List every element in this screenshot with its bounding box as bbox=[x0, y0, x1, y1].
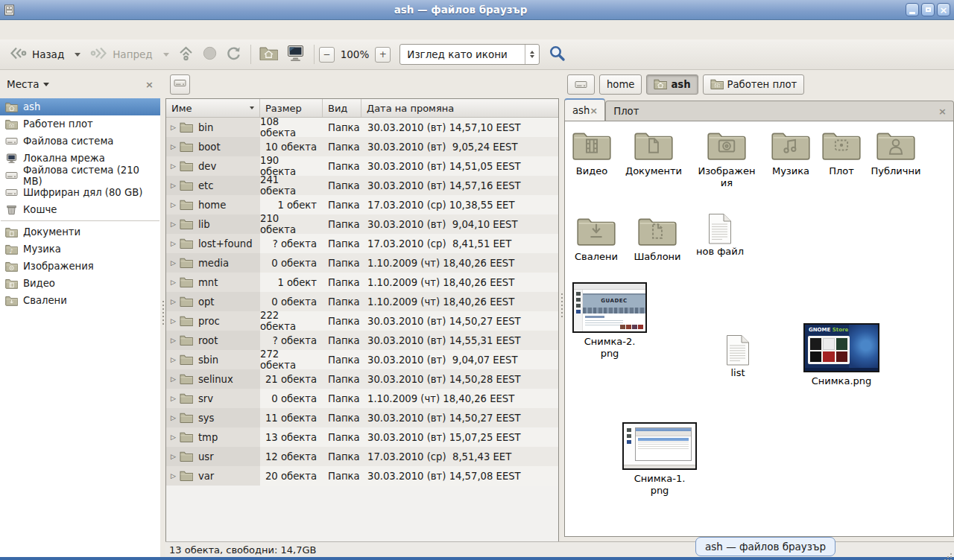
column-header-date[interactable]: Дата на промяна bbox=[361, 99, 558, 117]
expander-icon[interactable]: ▷ bbox=[171, 220, 176, 228]
expander-icon[interactable]: ▷ bbox=[171, 472, 176, 480]
menu-item-file[interactable] bbox=[3, 27, 19, 33]
stop-button[interactable] bbox=[198, 44, 221, 65]
expander-icon[interactable]: ▷ bbox=[171, 433, 176, 441]
resize-grip[interactable] bbox=[950, 553, 952, 555]
expander-icon[interactable]: ▷ bbox=[171, 395, 176, 402]
expander-icon[interactable]: ▷ bbox=[171, 259, 176, 267]
expander-icon[interactable]: ▷ bbox=[171, 201, 176, 209]
table-row-media[interactable]: ▷ media 0 обекта Папка 1.10.2009 (чт) 18… bbox=[166, 253, 558, 273]
maximize-button[interactable] bbox=[921, 3, 935, 16]
expander-icon[interactable]: ▷ bbox=[171, 124, 176, 131]
table-row-boot[interactable]: ▷ boot 10 обекта Папка 30.03.2010 (вт) 9… bbox=[166, 137, 558, 156]
expander-icon[interactable]: ▷ bbox=[171, 298, 176, 305]
sidebar-item-filesystem[interactable]: Файлова система bbox=[0, 133, 160, 150]
table-row-tmp[interactable]: ▷ tmp 13 обекта Папка 30.03.2010 (вт) 15… bbox=[166, 427, 558, 447]
table-row-dev[interactable]: ▷ dev 190 обекта Папка 30.03.2010 (вт) 1… bbox=[166, 156, 558, 176]
zoom-in-button[interactable]: + bbox=[375, 47, 391, 63]
expander-icon[interactable]: ▷ bbox=[171, 162, 176, 170]
search-button[interactable] bbox=[549, 45, 566, 64]
sidebar-mode-caret-icon[interactable] bbox=[43, 83, 49, 86]
table-row-proc[interactable]: ▷ proc 222 обекта Папка 30.03.2010 (вт) … bbox=[166, 311, 558, 331]
expander-icon[interactable]: ▷ bbox=[171, 317, 176, 325]
sidebar-item-documents[interactable]: Документи bbox=[0, 223, 160, 241]
table-row-srv[interactable]: ▷ srv 0 обекта Папка 1.10.2009 (чт) 18,4… bbox=[166, 389, 558, 408]
column-header-name[interactable]: Име bbox=[166, 99, 260, 117]
menu-item-view[interactable] bbox=[36, 27, 52, 33]
minimize-button[interactable] bbox=[906, 3, 919, 16]
sidebar-close-icon[interactable]: × bbox=[145, 79, 154, 90]
table-row-sbin[interactable]: ▷ sbin 272 обекта Папка 30.03.2010 (вт) … bbox=[166, 350, 558, 369]
menu-item-bookmarks[interactable] bbox=[69, 27, 85, 33]
expander-icon[interactable]: ▷ bbox=[171, 143, 176, 150]
view-mode-spinner[interactable] bbox=[525, 45, 539, 64]
expander-icon[interactable]: ▷ bbox=[171, 453, 176, 460]
icon-snimka-2-png[interactable]: GUADECСнимка-2.png bbox=[565, 282, 654, 360]
reload-button[interactable] bbox=[221, 44, 246, 65]
tab-close-icon[interactable]: × bbox=[938, 106, 947, 117]
menu-item-go[interactable] bbox=[52, 27, 69, 33]
expander-icon[interactable]: ▷ bbox=[171, 414, 176, 421]
path-button-home[interactable]: home bbox=[599, 74, 642, 95]
expander-icon[interactable]: ▷ bbox=[171, 279, 176, 286]
sidebar-item-music[interactable]: ♪ Музика bbox=[0, 241, 160, 258]
forward-history-dropdown[interactable] bbox=[157, 51, 174, 59]
tab-close-icon[interactable]: × bbox=[590, 105, 598, 116]
table-row-lib[interactable]: ▷ lib 210 обекта Папка 30.03.2010 (вт) 9… bbox=[166, 214, 558, 234]
sidebar-item-images[interactable]: Изображения bbox=[0, 258, 160, 275]
tab-ash[interactable]: ash × bbox=[564, 98, 605, 121]
computer-button[interactable] bbox=[282, 43, 309, 66]
expander-icon[interactable]: ▷ bbox=[171, 240, 176, 247]
icon-snimka-1-png[interactable]: Снимка-1.png bbox=[615, 422, 704, 497]
sidebar-item-ash[interactable]: ash bbox=[0, 98, 160, 115]
up-button[interactable] bbox=[174, 44, 198, 65]
table-row-opt[interactable]: ▷ opt 0 обекта Папка 1.10.2009 (чт) 18,4… bbox=[166, 292, 558, 311]
table-row-var[interactable]: ▷ var 20 обекта Папка 30.03.2010 (вт) 14… bbox=[166, 466, 558, 486]
sidebar-title[interactable]: Места bbox=[7, 78, 40, 90]
root-path-button[interactable] bbox=[170, 74, 190, 95]
column-header-kind[interactable]: Вид bbox=[323, 99, 361, 117]
expander-icon[interactable]: ▷ bbox=[171, 375, 176, 383]
pane-splitter[interactable] bbox=[559, 70, 564, 541]
expander-icon[interactable]: ▷ bbox=[171, 182, 176, 189]
table-row-home[interactable]: ▷ home 1 обект Папка 17.03.2010 (ср) 10,… bbox=[166, 195, 558, 214]
table-row-etc[interactable]: ▷ etc 241 обекта Папка 30.03.2010 (вт) 1… bbox=[166, 176, 558, 195]
back-history-dropdown[interactable] bbox=[69, 51, 85, 59]
sidebar-item-encrypted-80gb[interactable]: Шифриран дял (80 GB) bbox=[0, 184, 160, 201]
table-row-lost-found[interactable]: ▷ lost+found ? обекта Папка 17.03.2010 (… bbox=[166, 234, 558, 253]
table-row-root[interactable]: ▷ root ? обекта Папка 30.03.2010 (вт) 14… bbox=[166, 331, 558, 350]
tab-plot[interactable]: Плот × bbox=[605, 101, 954, 121]
view-mode-select[interactable]: Изглед като икони bbox=[399, 44, 540, 65]
sidebar-item-filesystem-210mb[interactable]: Файлова система (210 MB) bbox=[0, 167, 160, 184]
icon-canvas[interactable]: ВидеоДокументиИзображенияМузикаПлотПубли… bbox=[564, 121, 954, 537]
icon-snimka-png[interactable]: GNOME StoreСнимка.png bbox=[797, 323, 886, 387]
expander-icon[interactable]: ▷ bbox=[171, 337, 176, 344]
icon-public-folder[interactable]: Публични bbox=[851, 130, 941, 177]
table-row-usr[interactable]: ▷ usr 12 обекта Папка 17.03.2010 (ср) 8,… bbox=[166, 447, 558, 466]
home-button[interactable] bbox=[256, 45, 282, 64]
sidebar-item-desktop[interactable]: Работен плот bbox=[0, 115, 160, 133]
titlebar[interactable]: ash — файлов браузър × bbox=[0, 0, 954, 20]
sidebar-item-video[interactable]: Видео bbox=[0, 275, 160, 292]
table-row-bin[interactable]: ▷ bin 108 обекта Папка 30.03.2010 (вт) 1… bbox=[166, 118, 558, 137]
sidebar-item-downloads[interactable]: Свалени bbox=[0, 292, 160, 309]
icon-new-file[interactable]: нов файл bbox=[675, 213, 765, 258]
sidebar-item-trash[interactable]: Кошче bbox=[0, 201, 160, 218]
close-button[interactable]: × bbox=[937, 3, 950, 16]
zoom-out-button[interactable]: − bbox=[319, 47, 335, 63]
icon-list-file[interactable]: list bbox=[693, 334, 783, 379]
path-button-desktop[interactable]: Работен плот bbox=[703, 74, 805, 95]
path-button-ash[interactable]: ash bbox=[646, 74, 698, 95]
folder-icon bbox=[180, 432, 193, 442]
path-button-root[interactable] bbox=[567, 74, 595, 95]
table-row-mnt[interactable]: ▷ mnt 1 обект Папка 1.10.2009 (чт) 18,40… bbox=[166, 273, 558, 292]
table-row-selinux[interactable]: ▷ selinux 21 обекта Папка 30.03.2010 (вт… bbox=[166, 369, 558, 389]
table-row-sys[interactable]: ▷ sys 11 обекта Папка 30.03.2010 (вт) 14… bbox=[166, 408, 558, 427]
back-button[interactable]: Назад bbox=[4, 44, 69, 65]
menu-item-edit[interactable] bbox=[19, 27, 36, 33]
menu-item-help[interactable] bbox=[85, 27, 101, 33]
expander-icon[interactable]: ▷ bbox=[171, 356, 176, 363]
forward-button[interactable]: Напред bbox=[85, 44, 157, 65]
column-header-size[interactable]: Размер bbox=[260, 99, 323, 117]
pane-splitter[interactable] bbox=[160, 70, 165, 557]
